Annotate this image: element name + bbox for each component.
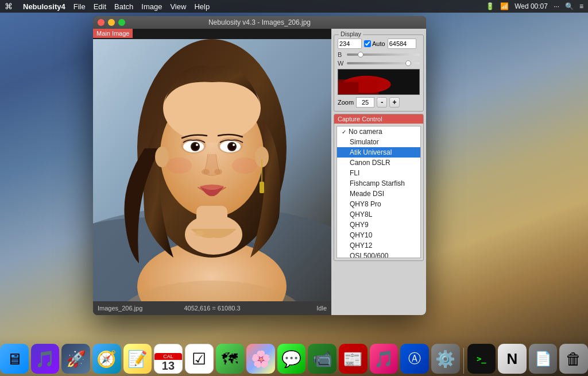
camera-dropdown[interactable]: No cameraSimulatorAtik UniversalCanon DS… — [336, 126, 421, 258]
dock-nebulosity[interactable]: N — [498, 344, 527, 374]
close-button[interactable] — [98, 19, 105, 26]
w-slider-track[interactable] — [347, 62, 420, 64]
dock-music[interactable]: 🎵 — [370, 344, 399, 374]
svg-point-28 — [195, 231, 204, 236]
dock-syspref[interactable]: ⚙️ — [431, 344, 460, 374]
dock-trash[interactable]: 🗑 — [559, 344, 588, 374]
search-icon[interactable]: 🔍 — [565, 2, 574, 10]
auto-checkbox-label[interactable]: Auto — [364, 40, 385, 47]
camera-option-4[interactable]: FLI — [337, 168, 420, 178]
camera-option-1[interactable]: Simulator — [337, 137, 420, 147]
menubar: ⌘ Nebulosity4 File Edit Batch Image View… — [0, 0, 588, 13]
dock-safari[interactable]: 🧭 — [92, 344, 121, 374]
dock-news[interactable]: 📰 — [339, 344, 368, 374]
auto-label: Auto — [372, 40, 385, 47]
camera-option-11[interactable]: QHY12 — [337, 240, 420, 251]
menu-file[interactable]: File — [74, 2, 86, 11]
histogram — [338, 69, 420, 95]
menu-batch[interactable]: Batch — [114, 2, 133, 11]
dock-maps[interactable]: 🗺 — [216, 344, 245, 374]
dock-finder[interactable]: 🖥 — [0, 344, 29, 374]
display-panel: Display Auto B W — [334, 34, 424, 112]
dock-launchpad[interactable]: 🚀 — [61, 344, 90, 374]
zoom-plus-button[interactable]: + — [389, 97, 400, 108]
svg-point-24 — [232, 158, 257, 174]
dock-divider — [463, 348, 464, 374]
camera-option-2[interactable]: Atik Universal — [337, 147, 420, 158]
dock-calendar[interactable]: CAL 13 — [154, 344, 183, 374]
window-titlebar: Nebulosity v4.3 - Images_206.jpg — [93, 16, 426, 29]
menubar-left: ⌘ Nebulosity4 File Edit Batch Image View… — [5, 2, 210, 11]
camera-option-3[interactable]: Canon DSLR — [337, 158, 420, 168]
dock-reminders[interactable]: ☑ — [185, 344, 214, 374]
display-value2-input[interactable] — [388, 39, 416, 49]
display-values-row: Auto — [338, 39, 420, 49]
apple-menu[interactable]: ⌘ — [5, 2, 13, 11]
camera-option-6[interactable]: Meade DSI — [337, 189, 420, 199]
w-label: W — [338, 60, 345, 67]
menu-view[interactable]: View — [170, 2, 186, 11]
svg-point-20 — [233, 144, 235, 146]
svg-rect-32 — [338, 82, 358, 95]
wifi-icon: 📶 — [500, 2, 509, 10]
dock-appstore[interactable]: Ⓐ — [400, 344, 429, 374]
dock-messages[interactable]: 💬 — [277, 344, 306, 374]
camera-option-8[interactable]: QHY8L — [337, 209, 420, 220]
b-slider-thumb[interactable] — [358, 52, 363, 57]
menu-items: File Edit Batch Image View Help — [74, 2, 210, 11]
right-panel: Display Auto B W — [331, 29, 426, 315]
menu-help[interactable]: Help — [194, 2, 210, 11]
dock-terminal[interactable]: >_ — [467, 344, 496, 374]
coords-label: 4052,616 = 61080.3 — [178, 305, 247, 312]
auto-checkbox[interactable] — [364, 40, 371, 47]
b-label: B — [338, 51, 345, 58]
capture-dropdown-container: No cameraSimulatorAtik UniversalCanon DS… — [336, 126, 421, 258]
svg-point-23 — [167, 158, 192, 174]
camera-option-5[interactable]: Fishcamp Starfish — [337, 178, 420, 189]
zoom-label: Zoom — [338, 99, 354, 106]
camera-option-12[interactable]: QSI 500/600 — [337, 251, 420, 258]
b-slider-track[interactable] — [347, 53, 420, 56]
display-panel-title: Display — [339, 30, 363, 37]
status-bar: Images_206.jpg 4052,616 = 61080.3 Idle — [93, 301, 331, 315]
main-photo — [93, 39, 331, 301]
camera-option-10[interactable]: QHY10 — [337, 230, 420, 240]
app-name[interactable]: Nebulosity4 — [23, 2, 65, 11]
filename-label: Images_206.jpg — [98, 305, 167, 312]
menu-edit[interactable]: Edit — [94, 2, 106, 11]
w-slider-row: W — [338, 60, 420, 67]
zoom-row: Zoom - + — [338, 97, 420, 108]
app-window: Nebulosity v4.3 - Images_206.jpg Main Im… — [93, 16, 426, 315]
battery-icon: 🔋 — [486, 2, 494, 10]
menu-image[interactable]: Image — [141, 2, 162, 11]
zoom-minus-button[interactable]: - — [377, 97, 387, 108]
control-center-icon[interactable]: ≡ — [579, 2, 583, 10]
window-title: Nebulosity v4.3 - Images_206.jpg — [208, 18, 311, 26]
image-label: Main Image — [93, 29, 133, 38]
dock: 🖥 🎵 🚀 🧭 📝 CAL 13 ☑ 🗺 🌸 💬 📹 📰 🎵 Ⓐ ⚙️ >_ N… — [0, 336, 588, 376]
notification-icon[interactable]: ··· — [554, 2, 559, 10]
display-value1-input[interactable] — [338, 39, 362, 49]
clock: Wed 00:07 — [514, 2, 548, 10]
dock-facetime[interactable]: 📹 — [308, 344, 336, 374]
capture-panel: Capture Control No cameraSimulatorAtik U… — [334, 114, 424, 261]
dock-file[interactable]: 📄 — [529, 344, 558, 374]
window-controls — [98, 19, 125, 26]
state-label: Idle — [258, 305, 327, 312]
svg-point-19 — [196, 144, 198, 146]
maximize-button[interactable] — [118, 19, 125, 26]
svg-point-21 — [202, 169, 210, 175]
camera-option-9[interactable]: QHY9 — [337, 220, 420, 230]
minimize-button[interactable] — [108, 19, 115, 26]
dock-photos[interactable]: 🌸 — [246, 344, 275, 374]
svg-rect-26 — [260, 182, 264, 193]
w-slider-thumb[interactable] — [405, 60, 411, 66]
dock-notes[interactable]: 📝 — [123, 344, 152, 374]
zoom-input[interactable] — [356, 97, 374, 108]
svg-point-22 — [214, 169, 222, 175]
camera-option-0[interactable]: No camera — [337, 126, 420, 137]
camera-option-7[interactable]: QHY8 Pro — [337, 199, 420, 209]
menubar-right: 🔋 📶 Wed 00:07 ··· 🔍 ≡ — [486, 2, 583, 10]
dock-siri[interactable]: 🎵 — [31, 344, 60, 374]
image-area: Main Image — [93, 29, 331, 301]
